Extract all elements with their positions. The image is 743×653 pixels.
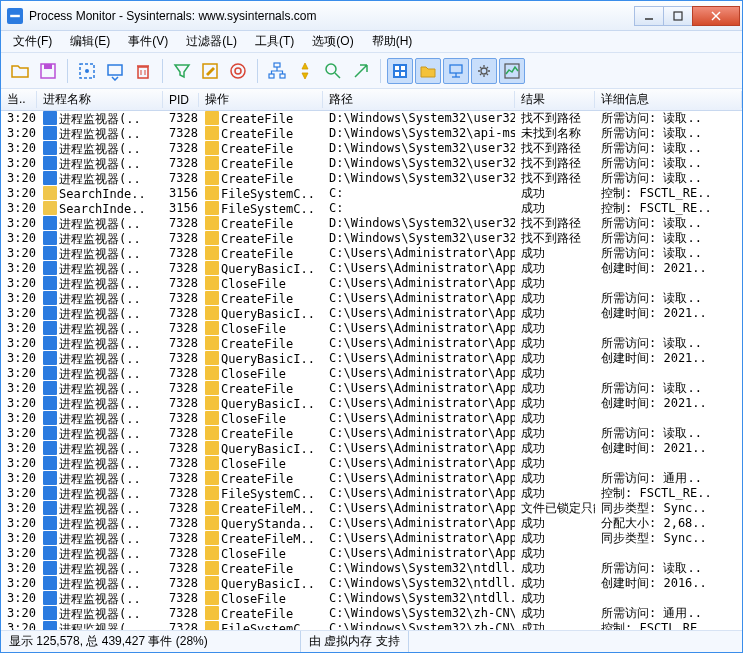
table-row[interactable]: 3:20..进程监视器(..7328CloseFileC:\Users\Admi…: [1, 366, 742, 381]
table-row[interactable]: 3:20..SearchInde..3156FileSystemC..C:成功控…: [1, 201, 742, 216]
eventprops-button[interactable]: [292, 58, 318, 84]
folder-icon: [205, 426, 219, 440]
titlebar[interactable]: Process Monitor - Sysinternals: www.sysi…: [1, 1, 742, 31]
menu-event[interactable]: 事件(V): [120, 31, 176, 52]
process-icon: [43, 276, 57, 290]
process-icon: [43, 351, 57, 365]
table-row[interactable]: 3:20..进程监视器(..7328FileSystemC..C:\Window…: [1, 621, 742, 630]
svg-rect-27: [401, 72, 405, 76]
process-icon: [43, 576, 57, 590]
table-row[interactable]: 3:20..进程监视器(..7328CreateFileC:\Users\Adm…: [1, 246, 742, 261]
table-row[interactable]: 3:20..进程监视器(..7328CreateFileC:\Users\Adm…: [1, 336, 742, 351]
folder-icon: [205, 411, 219, 425]
process-icon: [43, 246, 57, 260]
registry-toggle[interactable]: [387, 58, 413, 84]
table-row[interactable]: 3:20..进程监视器(..7328CreateFileC:\Windows\S…: [1, 606, 742, 621]
table-row[interactable]: 3:20..进程监视器(..7328QueryBasicI..C:\Users\…: [1, 261, 742, 276]
folder-icon: [205, 186, 219, 200]
col-time[interactable]: 当..: [1, 91, 37, 108]
table-row[interactable]: 3:20..进程监视器(..7328CloseFileC:\Windows\Sy…: [1, 591, 742, 606]
process-icon: [43, 486, 57, 500]
folder-icon: [205, 546, 219, 560]
close-button[interactable]: [692, 6, 740, 26]
event-rows[interactable]: 3:20..进程监视器(..7328CreateFileD:\Windows\S…: [1, 111, 742, 630]
process-icon: [43, 156, 57, 170]
process-icon: [43, 261, 57, 275]
col-detail[interactable]: 详细信息: [595, 91, 742, 108]
svg-point-16: [231, 64, 245, 78]
minimize-button[interactable]: [634, 6, 664, 26]
menu-help[interactable]: 帮助(H): [364, 31, 421, 52]
folder-icon: [205, 306, 219, 320]
table-row[interactable]: 3:20..进程监视器(..7328CreateFileM..C:\Users\…: [1, 501, 742, 516]
status-events: 显示 125,578, 总 439,427 事件 (28%): [1, 631, 301, 652]
svg-point-31: [481, 68, 487, 74]
menu-filter[interactable]: 过滤器(L): [178, 31, 245, 52]
folder-icon: [205, 591, 219, 605]
table-row[interactable]: 3:20..进程监视器(..7328CloseFileC:\Users\Admi…: [1, 546, 742, 561]
svg-rect-18: [274, 63, 280, 67]
col-result[interactable]: 结果: [515, 91, 595, 108]
table-row[interactable]: 3:20..进程监视器(..7328CreateFileD:\Windows\S…: [1, 156, 742, 171]
col-operation[interactable]: 操作: [199, 91, 323, 108]
process-icon: [43, 231, 57, 245]
table-row[interactable]: 3:20..进程监视器(..7328CreateFileC:\Windows\S…: [1, 561, 742, 576]
table-row[interactable]: 3:20..进程监视器(..7328CreateFileD:\Windows\S…: [1, 141, 742, 156]
menu-edit[interactable]: 编辑(E): [62, 31, 118, 52]
status-backing: 由 虚拟内存 支持: [301, 631, 409, 652]
save-button[interactable]: [35, 58, 61, 84]
jumpto-button[interactable]: [348, 58, 374, 84]
menu-options[interactable]: 选项(O): [304, 31, 361, 52]
table-row[interactable]: 3:20..进程监视器(..7328CloseFileC:\Users\Admi…: [1, 321, 742, 336]
autoscroll-button[interactable]: [102, 58, 128, 84]
table-row[interactable]: 3:20..进程监视器(..7328CreateFileC:\Users\Adm…: [1, 471, 742, 486]
app-icon: [7, 8, 23, 24]
table-row[interactable]: 3:20..进程监视器(..7328CreateFileD:\Windows\S…: [1, 231, 742, 246]
table-row[interactable]: 3:20..进程监视器(..7328CreateFileM..C:\Users\…: [1, 531, 742, 546]
clear-button[interactable]: [130, 58, 156, 84]
find-button[interactable]: [320, 58, 346, 84]
process-toggle[interactable]: [471, 58, 497, 84]
table-row[interactable]: 3:20..进程监视器(..7328CreateFileC:\Users\Adm…: [1, 381, 742, 396]
table-row[interactable]: 3:20..进程监视器(..7328CreateFileC:\Users\Adm…: [1, 291, 742, 306]
table-row[interactable]: 3:20..进程监视器(..7328CreateFileD:\Windows\S…: [1, 171, 742, 186]
table-row[interactable]: 3:20..进程监视器(..7328CreateFileD:\Windows\S…: [1, 126, 742, 141]
table-row[interactable]: 3:20..进程监视器(..7328QueryBasicI..C:\Users\…: [1, 441, 742, 456]
table-row[interactable]: 3:20..进程监视器(..7328FileSystemC..C:\Users\…: [1, 486, 742, 501]
col-pid[interactable]: PID: [163, 93, 199, 107]
table-row[interactable]: 3:20..进程监视器(..7328QueryStanda..C:\Users\…: [1, 516, 742, 531]
highlight-button[interactable]: [197, 58, 223, 84]
processtree-button[interactable]: [264, 58, 290, 84]
table-row[interactable]: 3:20..进程监视器(..7328QueryBasicI..C:\Users\…: [1, 306, 742, 321]
filter-button[interactable]: [169, 58, 195, 84]
col-process[interactable]: 进程名称: [37, 91, 163, 108]
menu-file[interactable]: 文件(F): [5, 31, 60, 52]
table-row[interactable]: 3:20..进程监视器(..7328CloseFileC:\Users\Admi…: [1, 276, 742, 291]
table-row[interactable]: 3:20..进程监视器(..7328CreateFileD:\Windows\S…: [1, 216, 742, 231]
svg-rect-11: [138, 67, 148, 78]
table-row[interactable]: 3:20..进程监视器(..7328CloseFileC:\Users\Admi…: [1, 456, 742, 471]
table-row[interactable]: 3:20..进程监视器(..7328CloseFileC:\Users\Admi…: [1, 411, 742, 426]
table-row[interactable]: 3:20..进程监视器(..7328QueryBasicI..C:\Users\…: [1, 351, 742, 366]
profiling-toggle[interactable]: [499, 58, 525, 84]
table-row[interactable]: 3:20..进程监视器(..7328CreateFileD:\Windows\S…: [1, 111, 742, 126]
folder-icon: [205, 606, 219, 620]
open-button[interactable]: [7, 58, 33, 84]
table-row[interactable]: 3:20..进程监视器(..7328QueryBasicI..C:\Window…: [1, 576, 742, 591]
capture-button[interactable]: [74, 58, 100, 84]
folder-icon: [205, 171, 219, 185]
include-button[interactable]: [225, 58, 251, 84]
folder-icon: [205, 381, 219, 395]
app-window: Process Monitor - Sysinternals: www.sysi…: [0, 0, 743, 653]
col-path[interactable]: 路径: [323, 91, 515, 108]
svg-rect-1: [10, 14, 20, 16]
table-row[interactable]: 3:20..进程监视器(..7328CreateFileC:\Users\Adm…: [1, 426, 742, 441]
filesystem-toggle[interactable]: [415, 58, 441, 84]
network-toggle[interactable]: [443, 58, 469, 84]
maximize-button[interactable]: [663, 6, 693, 26]
table-row[interactable]: 3:20..SearchInde..3156FileSystemC..C:成功控…: [1, 186, 742, 201]
process-icon: [43, 126, 57, 140]
table-row[interactable]: 3:20..进程监视器(..7328QueryBasicI..C:\Users\…: [1, 396, 742, 411]
folder-icon: [205, 246, 219, 260]
menu-tools[interactable]: 工具(T): [247, 31, 302, 52]
